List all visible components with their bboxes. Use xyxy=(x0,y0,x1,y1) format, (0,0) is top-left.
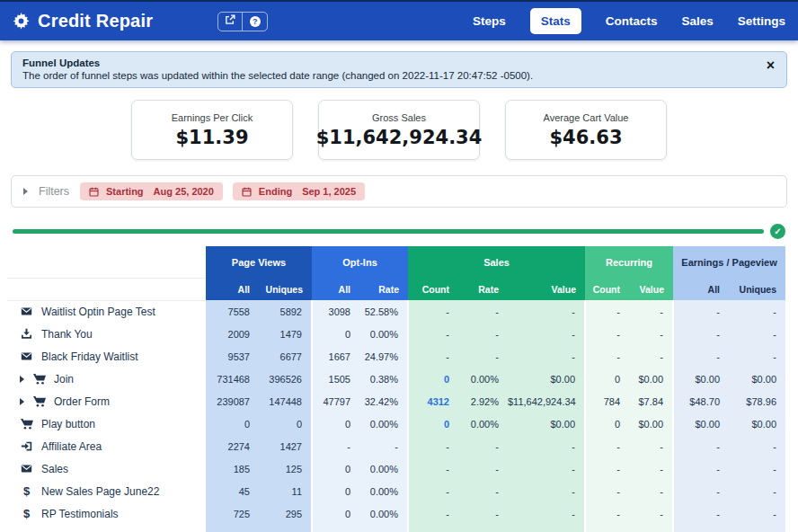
cell-earnings-pageview-all: - xyxy=(673,480,729,502)
table-head: Page ViewsOpt-InsSalesRecurringEarnings … xyxy=(7,246,785,300)
cell-earnings-pageview-uniques: - xyxy=(729,300,785,323)
cell-earnings-pageview-all: - xyxy=(673,300,729,323)
table-wrap: Page ViewsOpt-InsSalesRecurringEarnings … xyxy=(0,246,798,532)
cell-earnings-pageview-uniques: $0.00 xyxy=(729,368,785,390)
col-opt-ins-all: All xyxy=(312,278,359,300)
cell-recurring-count: - xyxy=(585,323,629,345)
badge-label: Ending xyxy=(259,186,292,197)
cell-opt-ins-rate: 0.00% xyxy=(359,525,408,532)
funnel-step-name: Play button xyxy=(7,412,206,435)
col-page-views-all: All xyxy=(206,278,259,300)
stat-cards: Earnings Per Click$11.39Gross Sales$11,6… xyxy=(0,100,798,160)
cell-earnings-pageview-all: - xyxy=(673,457,729,480)
preview-button[interactable] xyxy=(218,13,243,31)
nav-item-sales[interactable]: Sales xyxy=(681,14,713,28)
date-badge-starting[interactable]: StartingAug 25, 2020 xyxy=(80,182,223,200)
funnel-step-label: Black Friday Waitlist xyxy=(41,350,138,363)
download-icon xyxy=(20,328,33,340)
funnel-step-name: Waitlist Optin Page Test xyxy=(7,300,206,323)
cell-page-views-uniques: 396526 xyxy=(259,368,312,390)
sales-count-link[interactable]: 0 xyxy=(444,419,449,430)
funnel-step-name: Join xyxy=(7,368,206,390)
gear-icon xyxy=(13,13,30,30)
dollar-icon: $ xyxy=(20,484,33,498)
nav-item-steps[interactable]: Steps xyxy=(473,14,506,28)
stat-card-value: $11.39 xyxy=(175,127,248,148)
cell-opt-ins-rate: 0.00% xyxy=(359,502,408,525)
expand-caret-icon[interactable] xyxy=(20,376,24,383)
nav-item-stats[interactable]: Stats xyxy=(530,8,581,34)
funnel-step-name: Sales xyxy=(7,457,206,480)
funnel-updates-alert: Funnel Updates The order of funnel steps… xyxy=(11,51,787,88)
cell-recurring-count: - xyxy=(585,525,629,532)
sales-count-link[interactable]: 0 xyxy=(444,374,449,385)
close-icon[interactable]: × xyxy=(767,58,775,73)
filters-label[interactable]: Filters xyxy=(39,185,69,198)
cell-sales-count: 0 xyxy=(408,368,458,390)
table-row: Thank You2009147900.00%------- xyxy=(7,323,785,345)
cell-page-views-uniques: 718 xyxy=(259,525,312,532)
expand-caret-icon[interactable] xyxy=(20,398,24,405)
calendar-icon xyxy=(242,187,252,197)
cell-opt-ins-rate: 0.00% xyxy=(359,480,408,502)
cell-page-views-uniques: 125 xyxy=(259,457,312,480)
table-row: Join73146839652615050.38%00.00%$0.000$0.… xyxy=(7,368,785,390)
cell-earnings-pageview-all: - xyxy=(673,323,729,345)
cart-icon xyxy=(32,395,46,408)
cell-earnings-pageview-all: - xyxy=(673,345,729,368)
cell-opt-ins-rate: 32.42% xyxy=(359,390,408,412)
funnel-step-name: Thank You xyxy=(7,323,206,345)
funnel-step-label: Waitlist Optin Page Test xyxy=(41,306,155,318)
cell-sales-rate: 0.00% xyxy=(458,412,508,435)
funnel-step-label: Affiliate Area xyxy=(41,440,102,453)
cell-page-views-all: 731468 xyxy=(206,368,259,390)
cell-earnings-pageview-all: $0.00 xyxy=(673,368,729,390)
cell-page-views-uniques: 1479 xyxy=(259,323,312,345)
cell-opt-ins-rate: 0.00% xyxy=(359,457,408,480)
sales-count-link[interactable]: 4312 xyxy=(428,396,449,407)
stat-card-label: Gross Sales xyxy=(372,112,426,123)
funnel-step-name: Order Form xyxy=(7,390,206,412)
cell-recurring-value: - xyxy=(629,323,673,345)
cart-icon xyxy=(32,373,46,386)
nav-item-contacts[interactable]: Contacts xyxy=(606,14,658,28)
date-badge-ending[interactable]: EndingSep 1, 2025 xyxy=(233,182,365,200)
filters-bar: Filters StartingAug 25, 2020EndingSep 1,… xyxy=(11,175,787,208)
cell-sales-value: - xyxy=(508,480,585,502)
cell-page-views-uniques: 11 xyxy=(259,480,312,502)
progress-bar xyxy=(13,229,764,234)
cell-page-views-uniques: 0 xyxy=(259,412,312,435)
stat-card-label: Average Cart Value xyxy=(544,112,629,123)
cell-recurring-count: - xyxy=(585,457,629,480)
cell-earnings-pageview-uniques: - xyxy=(729,323,785,345)
app-title: Credit Repair xyxy=(38,11,153,31)
cell-recurring-count: - xyxy=(585,435,629,457)
cell-recurring-value: - xyxy=(629,345,673,368)
cell-opt-ins-all: 0 xyxy=(312,457,359,480)
cell-opt-ins-all: 3098 xyxy=(312,300,359,323)
cell-sales-count: - xyxy=(408,435,458,457)
col-sales-value: Value xyxy=(508,278,585,300)
cell-recurring-count: 784 xyxy=(585,390,629,412)
cell-sales-rate: - xyxy=(458,502,508,525)
cell-sales-rate: - xyxy=(458,457,508,480)
cell-opt-ins-rate: - xyxy=(359,435,408,457)
cell-sales-rate: - xyxy=(458,300,508,323)
col-sales-count: Count xyxy=(408,278,458,300)
envelope-icon xyxy=(20,463,33,474)
cell-earnings-pageview-all: $48.70 xyxy=(673,390,729,412)
envelope-icon xyxy=(20,350,33,362)
cell-sales-value: - xyxy=(508,435,585,457)
filters-caret-icon[interactable] xyxy=(23,188,28,195)
nav-item-settings[interactable]: Settings xyxy=(738,14,785,28)
cell-sales-rate: 2.92% xyxy=(458,390,508,412)
help-button[interactable]: ? xyxy=(243,13,267,31)
col-group-page-views: Page Views xyxy=(206,246,312,278)
badge-value: Aug 25, 2020 xyxy=(154,186,214,197)
cell-recurring-value: - xyxy=(629,457,673,480)
col-earnings-pageview-all: All xyxy=(673,278,729,300)
cell-opt-ins-all: 0 xyxy=(312,412,359,435)
cell-opt-ins-all: 1667 xyxy=(312,345,359,368)
col-opt-ins-rate: Rate xyxy=(359,278,408,300)
cell-recurring-count: - xyxy=(585,502,629,525)
